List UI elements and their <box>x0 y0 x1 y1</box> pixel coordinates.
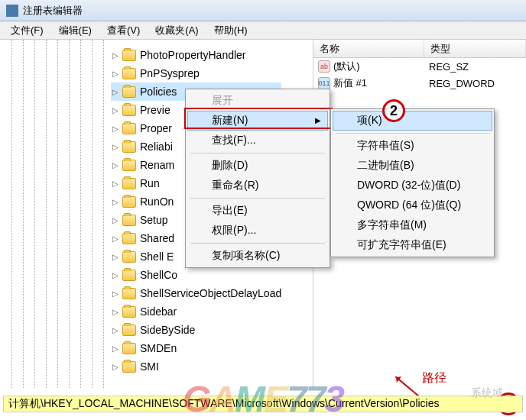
cm-expand: 展开 <box>187 91 328 111</box>
expander-icon[interactable]: ▷ <box>111 105 120 115</box>
folder-icon <box>122 105 136 116</box>
folder-icon <box>122 50 136 61</box>
tree-label: Shell E <box>140 250 174 263</box>
expander-icon[interactable]: ▷ <box>111 50 120 60</box>
expander-icon[interactable]: ▷ <box>111 234 120 243</box>
menu-help[interactable]: 帮助(H) <box>206 21 255 40</box>
separator <box>190 153 325 153</box>
cm-new[interactable]: 新建(N) ▶ <box>187 111 328 131</box>
expander-icon[interactable]: ▷ <box>111 325 120 334</box>
tree-label: Reliabi <box>140 141 173 153</box>
menu-favorites[interactable]: 收藏夹(A) <box>148 21 206 40</box>
titlebar: 注册表编辑器 <box>0 0 526 21</box>
folder-icon <box>122 343 136 354</box>
expander-icon[interactable]: ▷ <box>111 270 120 279</box>
expander-icon[interactable]: ▷ <box>111 289 120 298</box>
expander-icon[interactable]: ▷ <box>111 142 120 151</box>
folder-icon <box>122 68 136 79</box>
expander-icon[interactable]: ▷ <box>111 344 120 353</box>
header-name[interactable]: 名称 <box>313 40 424 57</box>
cm-permissions[interactable]: 权限(P)... <box>187 221 328 241</box>
tree-guide-lines <box>0 40 115 388</box>
folder-icon <box>122 361 136 373</box>
folder-icon <box>122 215 136 226</box>
context-menu-new: 项(K) 字符串值(S) 二进制值(B) DWORD (32-位)值(D) QW… <box>330 108 495 257</box>
tree-label: Shared <box>140 232 174 244</box>
tree-label: SMI <box>140 360 159 373</box>
tree-label: Previe <box>140 104 170 116</box>
tree-label: PhotoPropertyHandler <box>140 49 246 61</box>
separator <box>190 243 325 244</box>
menu-view[interactable]: 查看(V) <box>99 21 148 40</box>
menubar: 文件(F) 编辑(E) 查看(V) 收藏夹(A) 帮助(H) <box>0 21 526 40</box>
tree-item[interactable]: ▷SMDEn <box>111 339 281 357</box>
tree-item[interactable]: ▷SMI <box>111 357 281 376</box>
value-type-icon: 011 <box>318 77 330 89</box>
menu-edit[interactable]: 编辑(E) <box>51 21 99 40</box>
cm-rename[interactable]: 重命名(R) <box>187 176 328 195</box>
folder-icon <box>122 160 136 171</box>
tree-label: SMDEn <box>140 342 177 354</box>
folder-icon <box>122 86 136 98</box>
annotation-path-label: 路径 <box>422 370 446 386</box>
folder-icon <box>122 233 136 244</box>
cm-delete[interactable]: 删除(D) <box>187 156 328 176</box>
separator <box>190 198 325 199</box>
context-menu-main: 展开 新建(N) ▶ 查找(F)... 删除(D) 重命名(R) 导出(E) 权… <box>185 89 330 268</box>
expander-icon[interactable]: ▷ <box>111 179 120 188</box>
cm-new-qword[interactable]: QWORD (64 位)值(Q) <box>333 195 492 215</box>
cm-copy-key-name[interactable]: 复制项名称(C) <box>187 246 328 266</box>
cm-export[interactable]: 导出(E) <box>187 201 328 221</box>
tree-item[interactable]: ▷PnPSysprep <box>111 64 281 82</box>
statusbar-path: 计算机\HKEY_LOCAL_MACHINE\SOFTWARE\Microsof… <box>8 397 440 411</box>
tree-label: PnPSysprep <box>140 67 200 79</box>
tree-label: Renam <box>140 159 174 171</box>
tree-item[interactable]: ▷ShellServiceObjectDelayLoad <box>111 284 281 302</box>
cm-new-binary[interactable]: 二进制值(B) <box>333 156 492 176</box>
cm-new-dword[interactable]: DWORD (32-位)值(D) <box>333 176 492 195</box>
cm-new-string[interactable]: 字符串值(S) <box>333 136 492 156</box>
list-row[interactable]: 011新值 #1REG_DWORD <box>313 75 526 92</box>
expander-icon[interactable]: ▷ <box>111 124 120 133</box>
tree-item[interactable]: ▷SideBySide <box>111 321 281 339</box>
cm-new-multistring[interactable]: 多字符串值(M) <box>333 215 492 235</box>
tree-label: Run <box>140 177 160 189</box>
folder-icon <box>122 196 136 208</box>
folder-icon <box>122 306 136 318</box>
cm-new-key[interactable]: 项(K) <box>333 111 492 131</box>
expander-icon[interactable]: ▷ <box>111 197 120 206</box>
expander-icon[interactable]: ▷ <box>111 307 120 316</box>
value-type: REG_DWORD <box>424 78 499 89</box>
cm-find[interactable]: 查找(F)... <box>187 131 328 150</box>
folder-icon <box>122 141 136 153</box>
folder-icon <box>122 270 136 281</box>
window-title: 注册表编辑器 <box>23 4 83 18</box>
tree-item[interactable]: ▷ShellCo <box>111 266 281 284</box>
tree-label: Policies <box>140 86 177 98</box>
value-type-icon: ab <box>318 60 330 73</box>
statusbar: 计算机\HKEY_LOCAL_MACHINE\SOFTWARE\Microsof… <box>3 396 523 412</box>
submenu-arrow-icon: ▶ <box>315 116 321 124</box>
expander-icon[interactable]: ▷ <box>111 160 120 170</box>
expander-icon[interactable]: ▷ <box>111 252 120 261</box>
tree-label: Proper <box>140 122 172 134</box>
folder-icon <box>122 288 136 299</box>
expander-icon[interactable]: ▷ <box>111 215 120 225</box>
expander-icon[interactable]: ▷ <box>111 69 120 78</box>
list-row[interactable]: ab(默认)REG_SZ <box>313 58 526 75</box>
header-type[interactable]: 类型 <box>424 40 526 57</box>
tree-item[interactable]: ▷Sidebar <box>111 302 281 321</box>
tree-label: Setup <box>140 214 168 226</box>
folder-icon <box>122 251 136 263</box>
menu-file[interactable]: 文件(F) <box>3 21 51 40</box>
tree-label: ShellServiceObjectDelayLoad <box>140 287 281 299</box>
annotation-step-2: 2 <box>382 99 405 122</box>
tree-label: ShellCo <box>140 269 177 281</box>
cm-new-expandstring[interactable]: 可扩充字符串值(E) <box>333 235 492 255</box>
tree-item[interactable]: ▷PhotoPropertyHandler <box>111 46 281 64</box>
expander-icon[interactable]: ▷ <box>111 362 120 371</box>
value-name: 新值 #1 <box>333 76 367 90</box>
value-type: REG_SZ <box>424 61 473 73</box>
regedit-icon <box>6 5 18 17</box>
expander-icon[interactable]: ▷ <box>111 87 120 96</box>
